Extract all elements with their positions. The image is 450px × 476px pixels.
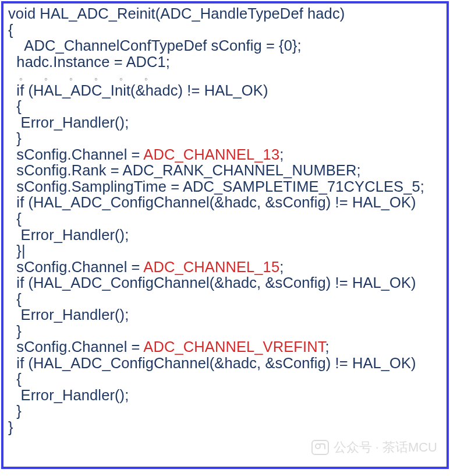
code-line: }: [8, 131, 442, 147]
code-line: sConfig.SamplingTime = ADC_SAMPLETIME_71…: [8, 179, 442, 195]
code-line: }: [8, 323, 442, 340]
code-container: void HAL_ADC_Reinit(ADC_HandleTypeDef ha…: [1, 1, 449, 469]
highlight-channel: ADC_CHANNEL_13: [143, 146, 279, 163]
highlight-channel: ADC_CHANNEL_VREFINT: [143, 339, 325, 355]
code-line: {: [8, 371, 442, 387]
code-line: {: [8, 291, 442, 308]
ellipsis-dots: 。 。 。 。 。 。: [8, 70, 442, 83]
wechat-icon: [311, 440, 329, 455]
code-text: ;: [279, 259, 284, 275]
code-line: Error_Handler();: [8, 387, 442, 404]
code-line: if (HAL_ADC_Init(&hadc) != HAL_OK): [8, 83, 442, 99]
code-text: ;: [325, 339, 329, 355]
code-line: Error_Handler();: [8, 115, 442, 131]
watermark: 公众号 · 茶话MCU: [311, 439, 437, 456]
code-line: Error_Handler();: [8, 227, 442, 244]
code-line: {: [8, 98, 442, 115]
code-line: sConfig.Rank = ADC_RANK_CHANNEL_NUMBER;: [8, 163, 442, 179]
code-line: sConfig.Channel = ADC_CHANNEL_13;: [8, 147, 442, 163]
code-line: {: [8, 22, 442, 38]
watermark-text: 公众号 · 茶话MCU: [334, 439, 437, 456]
code-line: sConfig.Channel = ADC_CHANNEL_15;: [8, 259, 442, 276]
code-line: sConfig.Channel = ADC_CHANNEL_VREFINT;: [8, 339, 442, 355]
code-text: ;: [279, 146, 284, 163]
code-text: sConfig.Channel =: [8, 146, 143, 163]
code-line: }|: [8, 243, 442, 259]
code-line: {: [8, 211, 442, 227]
highlight-channel: ADC_CHANNEL_15: [143, 259, 279, 275]
code-text: sConfig.Channel =: [8, 259, 143, 275]
code-line: hadc.Instance = ADC1;: [8, 54, 442, 70]
code-line: if (HAL_ADC_ConfigChannel(&hadc, &sConfi…: [8, 275, 442, 291]
code-line: }: [8, 419, 442, 436]
code-line: if (HAL_ADC_ConfigChannel(&hadc, &sConfi…: [8, 195, 442, 211]
code-line: void HAL_ADC_Reinit(ADC_HandleTypeDef ha…: [8, 6, 442, 22]
code-line: ADC_ChannelConfTypeDef sConfig = {0};: [8, 38, 442, 54]
code-text: sConfig.Channel =: [8, 339, 143, 355]
code-line: if (HAL_ADC_ConfigChannel(&hadc, &sConfi…: [8, 355, 442, 372]
code-line: }: [8, 403, 442, 419]
code-line: Error_Handler();: [8, 307, 442, 323]
